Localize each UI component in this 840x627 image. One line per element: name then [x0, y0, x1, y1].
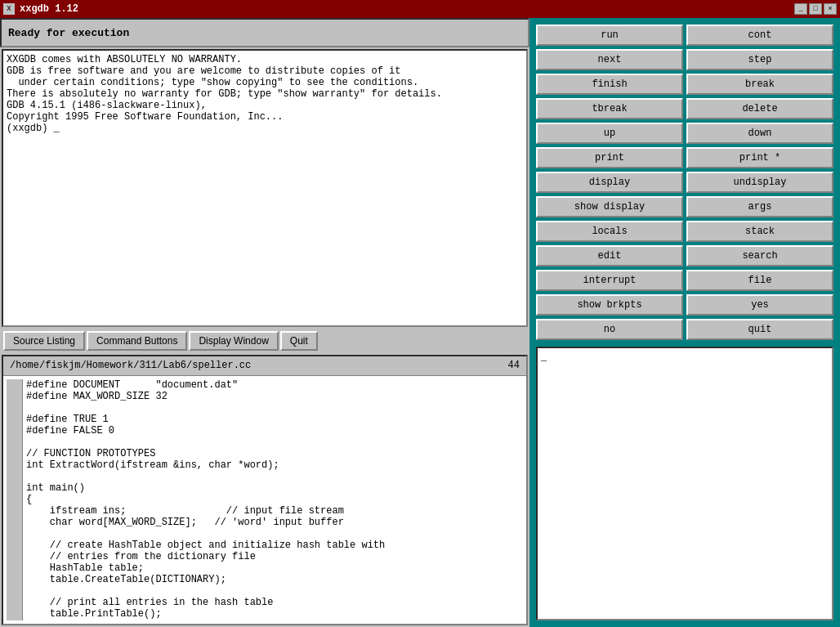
next-button[interactable]: next	[536, 49, 683, 70]
btn-row-6: print print *	[536, 147, 833, 168]
no-button[interactable]: no	[536, 319, 683, 340]
show-brkpts-button[interactable]: show brkpts	[536, 294, 683, 316]
right-panel: run cont next step finish break tbreak d…	[529, 18, 840, 627]
source-listing-area: /home/fiskjm/Homework/311/Lab6/speller.c…	[2, 355, 528, 626]
btn-row-13: no quit	[536, 319, 833, 340]
search-button[interactable]: search	[686, 245, 833, 266]
break-button[interactable]: break	[686, 74, 833, 95]
btn-row-4: tbreak delete	[536, 98, 833, 119]
btn-row-10: edit search	[536, 245, 833, 266]
display-button[interactable]: display	[536, 172, 683, 193]
stack-button[interactable]: stack	[686, 221, 833, 242]
args-button[interactable]: args	[686, 196, 833, 217]
close-button[interactable]: ×	[824, 3, 837, 15]
source-content: #define DOCUMENT "document.dat" #define …	[3, 376, 526, 625]
tab-display-window[interactable]: Display Window	[189, 331, 278, 351]
btn-row-2: next step	[536, 49, 833, 70]
up-button[interactable]: up	[536, 123, 683, 144]
tab-buttons: Source Listing Command Buttons Display W…	[0, 329, 529, 353]
display-window: _	[536, 347, 833, 620]
down-button[interactable]: down	[686, 123, 833, 144]
file-button[interactable]: file	[686, 270, 833, 291]
print-button[interactable]: print	[536, 147, 683, 168]
tab-source-listing[interactable]: Source Listing	[3, 331, 85, 351]
print-star-button[interactable]: print *	[686, 147, 833, 168]
show-display-button[interactable]: show display	[536, 196, 683, 217]
app-icon: x	[3, 3, 15, 15]
btn-row-8: show display args	[536, 196, 833, 217]
locals-button[interactable]: locals	[536, 221, 683, 242]
display-cursor: _	[541, 352, 547, 363]
line-gutter	[7, 379, 23, 621]
btn-row-1: run cont	[536, 25, 833, 46]
run-button[interactable]: run	[536, 25, 683, 46]
source-path: /home/fiskjm/Homework/311/Lab6/speller.c…	[10, 360, 251, 371]
title-bar-buttons: _ □ ×	[794, 3, 837, 15]
btn-row-5: up down	[536, 123, 833, 144]
btn-row-12: show brkpts yes	[536, 294, 833, 316]
title-bar-left: x xxgdb 1.12	[3, 3, 78, 15]
btn-row-9: locals stack	[536, 221, 833, 242]
tbreak-button[interactable]: tbreak	[536, 98, 683, 119]
app-title: xxgdb 1.12	[20, 3, 78, 15]
minimize-button[interactable]: _	[794, 3, 807, 15]
source-line: 44	[508, 360, 520, 371]
yes-button[interactable]: yes	[686, 294, 833, 316]
interrupt-button[interactable]: interrupt	[536, 270, 683, 291]
left-panel: Ready for execution XXGDB comes with ABS…	[0, 18, 529, 627]
btn-row-11: interrupt file	[536, 270, 833, 291]
cont-button[interactable]: cont	[686, 25, 833, 46]
delete-button[interactable]: delete	[686, 98, 833, 119]
title-bar: x xxgdb 1.12 _ □ ×	[0, 0, 840, 18]
step-button[interactable]: step	[686, 49, 833, 70]
status-text: Ready for execution	[8, 27, 129, 39]
quit-button[interactable]: quit	[686, 319, 833, 340]
btn-row-3: finish break	[536, 74, 833, 95]
console-area: XXGDB comes with ABSOLUTELY NO WARRANTY.…	[2, 49, 528, 327]
btn-row-7: display undisplay	[536, 172, 833, 193]
source-path-bar: /home/fiskjm/Homework/311/Lab6/speller.c…	[3, 356, 526, 376]
maximize-button[interactable]: □	[809, 3, 822, 15]
main-layout: Ready for execution XXGDB comes with ABS…	[0, 18, 840, 627]
tab-command-buttons[interactable]: Command Buttons	[87, 331, 187, 351]
finish-button[interactable]: finish	[536, 74, 683, 95]
status-bar: Ready for execution	[0, 18, 529, 47]
source-text[interactable]: #define DOCUMENT "document.dat" #define …	[26, 379, 523, 621]
edit-button[interactable]: edit	[536, 245, 683, 266]
tab-quit[interactable]: Quit	[280, 331, 318, 351]
undisplay-button[interactable]: undisplay	[686, 172, 833, 193]
